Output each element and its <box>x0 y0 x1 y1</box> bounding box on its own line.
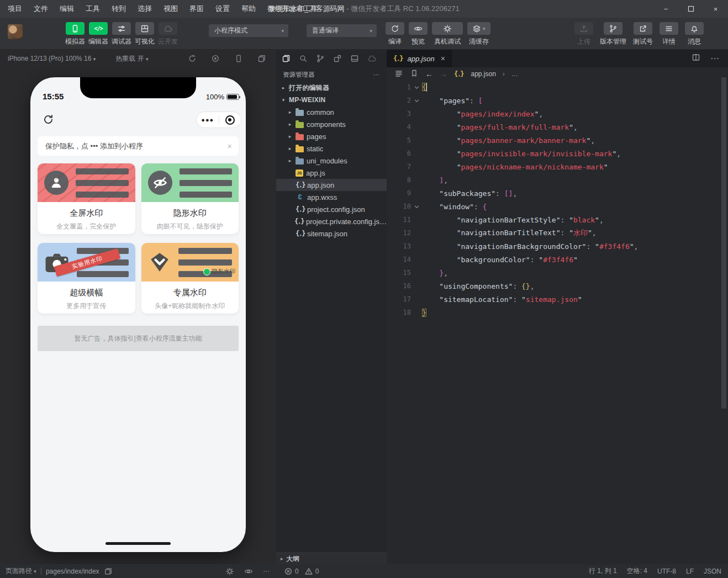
feature-card-专属水印[interactable]: 隐私水印专属水印头像+昵称就能制作水印 <box>141 243 239 314</box>
home-indicator[interactable] <box>105 542 171 545</box>
code-line-5[interactable]: 5 "pages/banner-mark/banner-mark", <box>387 134 728 147</box>
tree-item-MP-WEIXIN[interactable]: ▾MP-WEIXIN <box>276 94 387 106</box>
maximize-icon[interactable] <box>678 0 703 18</box>
code-line-2[interactable]: 2 "pages": [ <box>387 94 728 107</box>
tree-item-app.json[interactable]: {․}app.json <box>276 179 387 191</box>
explorer-more-icon[interactable]: ⋯ <box>373 71 381 78</box>
back-arrow-icon[interactable]: ← <box>425 70 433 78</box>
tree-item-sitemap.json[interactable]: {․}sitemap.json <box>276 227 387 240</box>
toolbar-button-详情[interactable]: 详情 <box>660 22 678 46</box>
code-line-13[interactable]: 13 "navigationBarBackgroundColor": "#f3f… <box>387 240 728 253</box>
code-line-14[interactable]: 14 "backgroundColor": "#f3f4f6" <box>387 253 728 266</box>
search-icon[interactable] <box>299 54 308 63</box>
menu-item-转到[interactable]: 转到 <box>112 4 126 14</box>
tree-item-打开的编辑器[interactable]: ▸打开的编辑器 <box>276 82 387 94</box>
toolbar-button-版本管理[interactable]: 版本管理 <box>600 22 626 46</box>
outline-list-icon[interactable] <box>394 69 403 79</box>
menu-item-项目[interactable]: 项目 <box>8 4 22 14</box>
code-line-10[interactable]: 10 "window": { <box>387 200 728 213</box>
toolbar-button-调试器[interactable]: 调试器 <box>112 22 131 46</box>
bookmark-icon[interactable] <box>410 69 419 79</box>
code-line-1[interactable]: 1{ <box>387 81 728 94</box>
eye-icon[interactable] <box>244 567 253 576</box>
minimize-icon[interactable]: − <box>653 0 678 18</box>
status-item[interactable]: 行 1, 列 1 <box>589 566 617 576</box>
toolbar-button-预览[interactable]: 预览 <box>409 22 428 46</box>
tree-item-app.js[interactable]: JSapp.js <box>276 167 387 179</box>
tree-item-common[interactable]: ▸common <box>276 106 387 118</box>
toolbar-button-真机调试[interactable]: 真机调试 <box>432 22 463 46</box>
code-editor[interactable]: 1{2 "pages": [3 "pages/index/index",4 "p… <box>387 81 728 319</box>
copy-path-icon[interactable] <box>104 567 113 576</box>
editor-scrollbar[interactable] <box>721 77 726 409</box>
components-icon[interactable] <box>333 54 342 63</box>
feature-card-全屏水印[interactable]: 全屏水印全文覆盖，完全保护 <box>38 163 135 234</box>
status-item[interactable]: UTF-8 <box>657 568 676 575</box>
code-line-6[interactable]: 6 "pages/invisible-mark/invisible-mark", <box>387 147 728 160</box>
tree-item-uni_modules[interactable]: ▸uni_modules <box>276 155 387 167</box>
menu-item-选择[interactable]: 选择 <box>138 4 152 14</box>
capsule-close-icon[interactable] <box>219 115 241 125</box>
toolbar-button-清缓存[interactable]: ▾清缓存 <box>467 22 490 46</box>
tab-app-json[interactable]: {․} app.json × <box>387 50 452 67</box>
compile-select[interactable]: 普通编译 ▾ <box>307 24 377 37</box>
files-icon[interactable] <box>282 54 291 63</box>
windows-icon[interactable] <box>257 54 266 63</box>
record-icon[interactable] <box>211 54 220 63</box>
feature-card-隐形水印[interactable]: 隐形水印肉眼不可见，隐形保护 <box>141 163 239 234</box>
toolbar-button-测试号[interactable]: 测试号 <box>633 22 653 46</box>
tree-item-components[interactable]: ▸components <box>276 118 387 130</box>
status-item[interactable]: JSON <box>704 568 721 575</box>
hot-reload-toggle[interactable]: 热重载 开 ▾ <box>115 54 148 63</box>
device-selector[interactable]: iPhone 12/13 (Pro) 100% 16 ▾ <box>8 55 96 62</box>
status-more-icon[interactable]: ⋯ <box>263 568 270 575</box>
toolbar-button-编译[interactable]: 编译 <box>386 22 404 46</box>
toolbar-button-消息[interactable]: 消息 <box>685 22 704 46</box>
tree-item-pages[interactable]: ▸pages <box>276 130 387 142</box>
menu-item-帮助[interactable]: 帮助 <box>241 4 256 14</box>
tab-close-icon[interactable]: × <box>441 54 445 63</box>
status-item[interactable]: 空格: 4 <box>627 566 647 576</box>
code-line-7[interactable]: 7 "pages/nickname-mark/nickname-mark" <box>387 160 728 173</box>
capsule-more-icon[interactable]: ●●● <box>197 116 219 123</box>
cloud-icon[interactable] <box>367 54 376 63</box>
ad-placeholder[interactable]: 暂无广告，具体指引|查看小程序流量主功能 <box>38 326 239 351</box>
split-editor-icon[interactable] <box>692 53 700 64</box>
panel-icon[interactable] <box>350 54 359 63</box>
menu-item-编辑[interactable]: 编辑 <box>60 4 74 14</box>
menu-item-视图[interactable]: 视图 <box>163 4 178 14</box>
breadcrumb-more[interactable]: … <box>511 70 518 78</box>
tree-item-project.config.json[interactable]: {․}project.config.json <box>276 203 387 215</box>
toolbar-button-模拟器[interactable]: 模拟器 <box>65 22 85 46</box>
page-refresh-icon[interactable] <box>43 114 54 128</box>
avatar[interactable] <box>8 24 23 39</box>
device-icon[interactable] <box>234 54 243 63</box>
code-line-16[interactable]: 16 "usingComponents": {}, <box>387 279 728 293</box>
code-line-15[interactable]: 15 }, <box>387 266 728 279</box>
feature-card-超级横幅[interactable]: 实验用水印超级横幅更多用于宣传 <box>38 243 135 314</box>
code-line-4[interactable]: 4 "pages/full-mark/full-mark", <box>387 120 728 134</box>
code-line-12[interactable]: 12 "navigationBarTitleText": "水印", <box>387 226 728 240</box>
menu-item-工具[interactable]: 工具 <box>86 4 100 14</box>
tree-item-static[interactable]: ▸static <box>276 142 387 155</box>
code-line-17[interactable]: 17 "sitemapLocation": "sitemap.json" <box>387 293 728 306</box>
menu-item-设置[interactable]: 设置 <box>215 4 230 14</box>
tree-item-project.private.config.js…[interactable]: {․}project.private.config.js… <box>276 215 387 227</box>
close-icon[interactable]: × <box>703 0 728 18</box>
page-path-value[interactable]: pages/index/index <box>46 568 99 575</box>
privacy-close-icon[interactable]: × <box>227 141 232 151</box>
toolbar-button-上传[interactable]: 上传 <box>574 22 593 46</box>
code-line-18[interactable]: 18} <box>387 306 728 319</box>
menu-item-界面[interactable]: 界面 <box>189 4 204 14</box>
page-path-label[interactable]: 页面路径 ▾ <box>6 566 36 576</box>
code-line-3[interactable]: 3 "pages/index/index", <box>387 107 728 120</box>
toolbar-button-编辑器[interactable]: </>编辑器 <box>88 22 108 46</box>
menu-item-文件[interactable]: 文件 <box>34 4 48 14</box>
code-line-8[interactable]: 8 ], <box>387 173 728 187</box>
breadcrumb-file[interactable]: app.json <box>471 70 495 78</box>
problem-counts[interactable]: 0 0 <box>284 564 319 578</box>
status-item[interactable]: LF <box>686 568 694 575</box>
code-line-9[interactable]: 9 "subPackages": [], <box>387 187 728 200</box>
bug-icon[interactable] <box>225 567 234 576</box>
rotate-icon[interactable] <box>188 54 197 63</box>
